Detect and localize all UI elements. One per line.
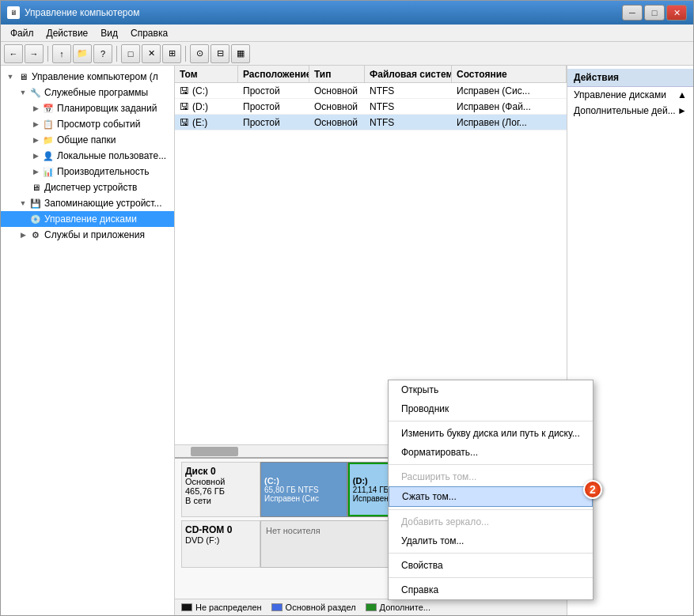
back-button[interactable]: ← <box>4 44 23 63</box>
partition-c[interactable]: (C:) 65,80 ГБ NTFS Исправен (Сис <box>261 463 348 516</box>
services-label: Службы и приложения <box>44 229 145 240</box>
menu-file[interactable]: Файл <box>4 26 40 40</box>
legend-item-primary: Основной раздел <box>271 603 356 612</box>
tree-root[interactable]: ▼ 🖥 Управление компьютером (л <box>1 69 174 85</box>
shared-label: Общие папки <box>57 134 116 145</box>
expand-perf[interactable]: ▶ <box>29 165 42 178</box>
menu-help[interactable]: Справка <box>124 26 174 40</box>
row-d-tom: (D:) <box>192 101 208 112</box>
disk0-info: Диск 0 Основной 465,76 ГБ В сети <box>181 462 260 517</box>
menu-bar: Файл Действие Вид Справка <box>1 25 693 42</box>
legend-item-unalloc: Не распределен <box>181 603 262 612</box>
expand-services[interactable]: ▶ <box>17 229 29 241</box>
actions-disk-mgmt[interactable]: Управление дисками ▲ <box>567 87 693 103</box>
close-button[interactable]: ✕ <box>666 5 687 21</box>
tree-item-services[interactable]: ▶ ⚙ Службы и приложения <box>1 227 174 243</box>
title-bar-left: 🖥 Управление компьютером <box>7 6 139 19</box>
scheduler-label: Планировщик заданий <box>57 103 157 114</box>
disk0-size: 465,76 ГБ <box>185 486 256 496</box>
window-title: Управление компьютером <box>25 7 139 18</box>
ctx-sep1 <box>389 421 593 421</box>
col-tom[interactable]: Том <box>175 66 238 82</box>
shared-icon: 📁 <box>42 134 55 146</box>
storage-label: Запоминающие устройст... <box>44 198 162 209</box>
col-type[interactable]: Тип <box>309 66 365 82</box>
ctx-sep2 <box>389 464 593 465</box>
list-row[interactable]: 🖫 (D:) Простой Основной NTFS Исправен (Ф… <box>175 99 567 115</box>
new-button[interactable]: □ <box>121 44 140 63</box>
expand-storage[interactable]: ▼ <box>17 197 29 210</box>
expand-users[interactable]: ▶ <box>29 149 42 162</box>
ctx-shrink[interactable]: Сжать том... <box>389 486 593 507</box>
menu-action[interactable]: Действие <box>40 26 95 40</box>
disk0-name: Диск 0 <box>185 466 256 477</box>
restore-button[interactable]: □ <box>644 5 665 21</box>
row-c-icon-cell: 🖫 (C:) <box>175 84 238 98</box>
context-menu: Открыть Проводник Изменить букву диска и… <box>388 380 594 600</box>
list-row[interactable]: 🖫 (C:) Простой Основной NTFS Исправен (С… <box>175 83 567 99</box>
events-label: Просмотр событий <box>57 119 140 130</box>
ctx-props[interactable]: Свойства <box>389 556 593 575</box>
ctx-change-letter[interactable]: Изменить букву диска или путь к диску... <box>389 424 593 443</box>
menu-view[interactable]: Вид <box>94 26 124 40</box>
forward-button[interactable]: → <box>25 44 44 63</box>
ctx-delete-tom[interactable]: Удалить том... <box>389 531 593 550</box>
legend-primary-label: Основной раздел <box>286 603 356 612</box>
tree-item-utilities[interactable]: ▼ 🔧 Служебные программы <box>1 85 174 100</box>
folder-button[interactable]: 📁 <box>73 44 92 63</box>
disk-icon: 🖫 <box>180 101 189 112</box>
ctx-add-mirror: Добавить зеркало... <box>389 512 593 531</box>
devmgr-label: Диспетчер устройств <box>44 182 137 193</box>
up-button[interactable]: ↑ <box>52 44 71 63</box>
ctx-extend: Расширить том... <box>389 467 593 486</box>
minimize-button[interactable]: ─ <box>622 5 643 21</box>
delete-button[interactable]: ✕ <box>142 44 161 63</box>
tree-item-events[interactable]: ▶ 📋 Просмотр событий <box>1 116 174 132</box>
ctx-sep3 <box>389 509 593 510</box>
tree-item-perf[interactable]: ▶ 📊 Производительность <box>1 164 174 180</box>
ctx-help[interactable]: Справка <box>389 580 593 599</box>
tree-item-users[interactable]: ▶ 👤 Локальные пользовате... <box>1 148 174 164</box>
cdrom-type: DVD (F:) <box>185 535 256 545</box>
ctx-open[interactable]: Открыть <box>389 380 593 399</box>
tree-item-devmgr[interactable]: 🖥 Диспетчер устройств <box>1 180 174 195</box>
legend-unalloc-label: Не распределен <box>195 603 262 612</box>
row-e-tom: (E:) <box>192 117 207 128</box>
tree-item-scheduler[interactable]: ▶ 📅 Планировщик заданий <box>1 100 174 116</box>
row-d-status: Исправен (Фай... <box>452 100 567 114</box>
list-row-selected[interactable]: 🖫 (E:) Простой Основной NTFS Исправен (Л… <box>175 115 567 130</box>
grid-button[interactable]: ▦ <box>231 44 250 63</box>
cdrom-name: CD-ROM 0 <box>185 524 256 535</box>
col-status[interactable]: Состояние <box>452 66 567 82</box>
row-d-loc: Простой <box>238 100 309 114</box>
expand-utilities[interactable]: ▼ <box>17 86 29 99</box>
title-bar: 🖥 Управление компьютером ─ □ ✕ <box>1 1 693 25</box>
row-c-loc: Простой <box>238 84 309 98</box>
tree-item-shared[interactable]: ▶ 📁 Общие папки <box>1 132 174 148</box>
col-location[interactable]: Расположение <box>238 66 309 82</box>
expand-root[interactable]: ▼ <box>4 70 17 83</box>
ctx-explorer[interactable]: Проводник <box>389 399 593 418</box>
expand-events[interactable]: ▶ <box>29 118 42 130</box>
row-e-status: Исправен (Лог... <box>452 115 567 130</box>
tree-item-storage[interactable]: ▼ 💾 Запоминающие устройст... <box>1 195 174 211</box>
ctx-sep4 <box>389 553 593 554</box>
expand-shared[interactable]: ▶ <box>29 134 42 146</box>
hscroll-thumb[interactable] <box>191 447 238 456</box>
refresh-button[interactable]: ⊙ <box>190 44 209 63</box>
actions-more[interactable]: Дополнительные дей... ► <box>567 103 693 119</box>
ctx-format[interactable]: Форматировать... <box>389 443 593 462</box>
help-button[interactable]: ? <box>93 44 112 63</box>
expand-scheduler[interactable]: ▶ <box>29 102 42 115</box>
actions-diskmgmt-arrow: ▲ <box>677 89 687 100</box>
perf-label: Производительность <box>57 166 149 177</box>
events-icon: 📋 <box>42 118 55 130</box>
row-e-type: Основной <box>309 115 365 130</box>
title-buttons: ─ □ ✕ <box>622 5 687 21</box>
prop-button[interactable]: ⊞ <box>162 44 181 63</box>
row-c-fs: NTFS <box>365 84 452 98</box>
row-c-status: Исправен (Сис... <box>452 84 567 98</box>
export-button[interactable]: ⊟ <box>210 44 229 63</box>
tree-item-diskmgmt[interactable]: 💿 Управление дисками <box>1 211 174 227</box>
col-fs[interactable]: Файловая система <box>365 66 452 82</box>
